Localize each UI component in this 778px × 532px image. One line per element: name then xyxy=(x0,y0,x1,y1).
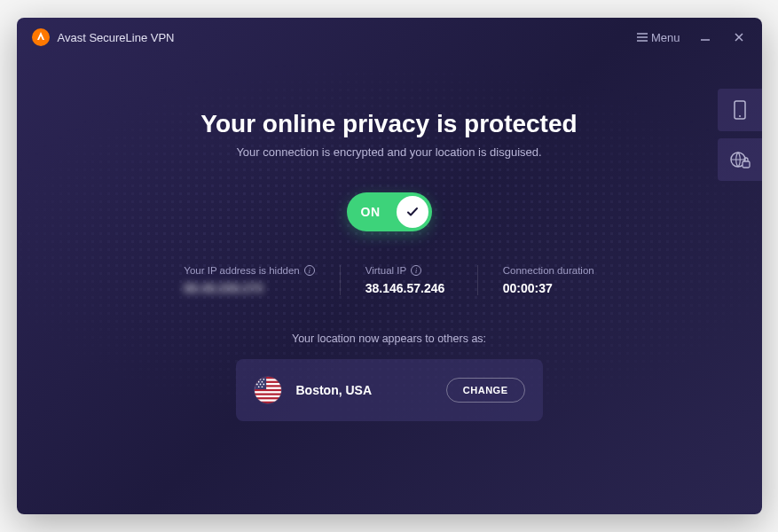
svg-rect-10 xyxy=(255,395,281,397)
stat-ip-hidden: Your IP address is hidden i 88.48.208.27… xyxy=(159,265,339,295)
toggle-label: ON xyxy=(361,205,381,219)
svg-point-22 xyxy=(261,386,263,387)
toggle-knob xyxy=(397,196,428,228)
avast-logo-icon xyxy=(31,27,51,47)
mobile-icon xyxy=(732,100,748,120)
svg-point-19 xyxy=(259,384,261,386)
svg-point-21 xyxy=(257,386,259,387)
stat-duration-value: 00:00:37 xyxy=(503,281,594,295)
stat-virtual-ip: Virtual IP i 38.146.57.246 xyxy=(340,265,477,295)
sidebar-item-mobile[interactable] xyxy=(718,89,762,131)
stat-ip-hidden-label: Your IP address is hidden xyxy=(184,265,299,276)
svg-point-14 xyxy=(259,379,261,380)
close-icon xyxy=(734,32,744,43)
minimize-button[interactable] xyxy=(696,28,714,46)
svg-rect-11 xyxy=(255,399,281,401)
globe-lock-icon xyxy=(729,149,750,170)
menu-button[interactable]: Menu xyxy=(637,31,680,44)
close-button[interactable] xyxy=(730,28,748,46)
svg-point-0 xyxy=(32,28,50,46)
stat-label: Connection duration xyxy=(503,265,594,276)
page-subtext: Your connection is encrypted and your lo… xyxy=(17,145,762,159)
hamburger-icon xyxy=(637,31,648,44)
svg-point-16 xyxy=(257,381,259,383)
page-headline: Your online privacy is protected xyxy=(17,110,762,138)
app-window: Avast SecureLine VPN Menu xyxy=(17,18,762,514)
svg-point-13 xyxy=(255,379,257,380)
app-title: Avast SecureLine VPN xyxy=(58,31,175,44)
minimize-icon xyxy=(700,32,711,43)
stat-ip-hidden-value: 88.48.208.270 xyxy=(184,281,314,295)
svg-point-17 xyxy=(261,381,263,383)
stat-virtual-ip-label: Virtual IP xyxy=(365,265,406,276)
sidebar-item-globe-lock[interactable] xyxy=(718,138,762,181)
svg-point-15 xyxy=(263,379,264,380)
stat-label: Virtual IP i xyxy=(365,265,452,276)
svg-point-18 xyxy=(255,384,257,386)
info-icon[interactable]: i xyxy=(411,265,421,276)
logo-group: Avast SecureLine VPN xyxy=(31,27,175,47)
svg-point-20 xyxy=(263,384,264,386)
right-sidebar xyxy=(718,89,762,181)
main-content: Your online privacy is protected Your co… xyxy=(17,57,762,421)
info-icon[interactable]: i xyxy=(304,265,315,276)
flag-usa-icon xyxy=(254,376,282,404)
titlebar: Avast SecureLine VPN Menu xyxy=(17,18,762,57)
connection-toggle[interactable]: ON xyxy=(347,192,432,231)
svg-rect-9 xyxy=(255,391,281,393)
connection-stats: Your IP address is hidden i 88.48.208.27… xyxy=(17,265,762,295)
stat-duration: Connection duration 00:00:37 xyxy=(477,265,619,295)
change-location-button[interactable]: CHANGE xyxy=(446,378,525,403)
menu-label: Menu xyxy=(651,31,680,44)
svg-rect-4 xyxy=(743,161,750,168)
titlebar-controls: Menu xyxy=(637,28,748,46)
svg-point-2 xyxy=(739,115,741,117)
location-caption: Your location now appears to others as: xyxy=(17,332,762,345)
location-card: Boston, USA CHANGE xyxy=(236,359,543,421)
stat-duration-label: Connection duration xyxy=(503,265,594,276)
stat-virtual-ip-value: 38.146.57.246 xyxy=(365,281,452,295)
check-icon xyxy=(405,205,420,219)
stat-label: Your IP address is hidden i xyxy=(184,265,314,276)
location-name: Boston, USA xyxy=(296,383,373,397)
